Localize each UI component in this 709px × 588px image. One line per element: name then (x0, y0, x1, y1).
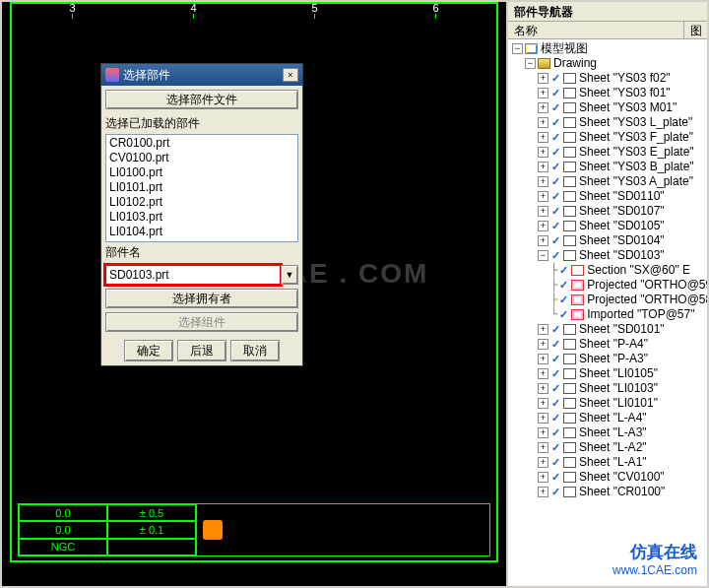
tree-sheet[interactable]: Sheet "SD0105" (579, 219, 665, 233)
expand-toggle[interactable]: + (538, 472, 548, 483)
tree-sheet[interactable]: Sheet "LI0101" (579, 396, 658, 411)
collapse-toggle[interactable]: − (538, 250, 548, 261)
expand-toggle[interactable]: + (538, 427, 548, 438)
tree-view[interactable]: Projected "ORTHO@59" (587, 278, 709, 293)
col-fig[interactable]: 图 (684, 22, 709, 38)
list-item[interactable]: LI0102.prt (107, 195, 296, 210)
expand-toggle[interactable]: + (538, 487, 548, 497)
expand-toggle[interactable]: + (538, 398, 548, 409)
expand-toggle[interactable]: + (538, 176, 548, 187)
tree-sheet[interactable]: Sheet "L-A3" (579, 425, 647, 440)
list-item[interactable]: LI0104.prt (107, 225, 296, 239)
tree-sheet[interactable]: Sheet "CR0100" (579, 485, 665, 499)
title-block-logo (196, 504, 489, 555)
check-icon: ✓ (550, 442, 561, 453)
back-button[interactable]: 后退 (177, 340, 226, 361)
tree-sheet[interactable]: Sheet "YS03 L_plate" (579, 115, 692, 130)
panel-title: 部件导航器 (508, 2, 709, 22)
tree-sheet[interactable]: Sheet "L-A2" (579, 440, 647, 455)
tree-view[interactable]: Section "SX@60" E (587, 263, 690, 278)
list-item[interactable]: CV0100.prt (107, 151, 296, 165)
list-item[interactable]: LI0103.prt (107, 210, 296, 225)
tree-sheet[interactable]: Sheet "SD0110" (579, 189, 665, 204)
tree-sheet[interactable]: Sheet "SD0104" (579, 233, 665, 248)
tree-sheet[interactable]: Sheet "LI0103" (579, 381, 658, 396)
tree-root[interactable]: 模型视图 (541, 41, 588, 56)
expand-toggle[interactable]: + (538, 102, 548, 113)
list-item[interactable]: LI0105.prt (107, 239, 296, 242)
expand-toggle[interactable]: + (538, 368, 548, 379)
cancel-button[interactable]: 取消 (230, 340, 280, 361)
sheet-icon (563, 221, 576, 231)
expand-toggle[interactable]: + (538, 117, 548, 128)
tree-sheet[interactable]: Sheet "L-A4" (579, 411, 647, 425)
expand-toggle[interactable]: + (538, 324, 548, 335)
expand-toggle[interactable]: + (538, 132, 548, 143)
expand-toggle[interactable]: + (538, 339, 548, 350)
tree-sheet[interactable]: Sheet "YS03 B_plate" (579, 160, 694, 174)
tree-sheet[interactable]: Sheet "YS03 f02" (579, 71, 671, 86)
tree-sheet[interactable]: Sheet "P-A4" (579, 337, 648, 352)
close-button[interactable]: × (283, 68, 298, 82)
expand-toggle[interactable]: + (538, 206, 548, 217)
expand-toggle[interactable]: + (538, 457, 548, 468)
expand-toggle[interactable]: + (538, 442, 548, 453)
check-icon: ✓ (550, 102, 561, 113)
expand-toggle[interactable]: + (538, 354, 548, 364)
tb-cell: 0.0 (19, 521, 107, 538)
tree-sheet[interactable]: Sheet "P-A3" (579, 352, 648, 366)
dialog-titlebar[interactable]: 选择部件 × (101, 64, 302, 86)
sheet-icon (563, 147, 576, 158)
sheet-icon (563, 442, 576, 453)
tree-drawing[interactable]: Drawing (553, 56, 597, 71)
collapse-toggle[interactable]: − (525, 58, 536, 69)
tree-sheet[interactable]: Sheet "YS03 f01" (579, 86, 671, 100)
expand-toggle[interactable]: + (538, 221, 548, 231)
list-item[interactable]: LI0100.prt (107, 165, 296, 180)
list-item[interactable]: CR0100.prt (107, 136, 296, 151)
expand-toggle[interactable]: + (538, 413, 548, 424)
expand-toggle[interactable]: + (538, 147, 548, 158)
col-name[interactable]: 名称 (508, 22, 684, 38)
expand-toggle[interactable]: + (538, 88, 548, 98)
check-icon: ✓ (550, 176, 561, 187)
tree-sheet[interactable]: Sheet "YS03 M01" (579, 100, 677, 115)
tree-view[interactable]: Imported "TOP@57" (587, 307, 694, 322)
model-tree[interactable]: −模型视图 −Drawing +✓Sheet "YS03 f02"+✓Sheet… (508, 39, 709, 584)
tree-sheet[interactable]: Sheet "YS03 F_plate" (579, 130, 693, 145)
select-part-file-button[interactable]: 选择部件文件 (105, 90, 298, 109)
ruler-mark: 5 (311, 2, 317, 16)
tb-cell: NGC (19, 539, 107, 555)
tree-sheet[interactable]: Sheet "CV0100" (579, 470, 665, 485)
dialog-title: 选择部件 (123, 67, 283, 84)
loaded-parts-list[interactable]: CR0100.prt CV0100.prt LI0100.prt LI0101.… (105, 134, 298, 242)
check-icon: ✓ (550, 73, 561, 84)
tree-sheet-open[interactable]: Sheet "SD0103" (579, 248, 665, 263)
title-block: 0.0± 0.5 0.0± 0.1 NGC (18, 503, 490, 556)
tree-sheet[interactable]: Sheet "SD0101" (579, 322, 665, 337)
list-item[interactable]: LI0101.prt (107, 180, 296, 195)
tree-sheet[interactable]: Sheet "YS03 A_plate" (579, 174, 693, 189)
tree-sheet[interactable]: Sheet "YS03 E_plate" (579, 145, 694, 160)
check-icon: ✓ (550, 132, 561, 143)
select-owner-button[interactable]: 选择拥有者 (105, 289, 298, 308)
tree-view[interactable]: Projected "ORTHO@58" (587, 293, 709, 307)
expand-toggle[interactable]: + (538, 73, 548, 84)
expand-toggle[interactable]: + (538, 383, 548, 394)
expand-toggle[interactable]: + (538, 162, 548, 172)
part-name-combo[interactable] (105, 265, 281, 285)
expand-toggle[interactable]: + (538, 235, 548, 246)
combo-dropdown-button[interactable]: ▼ (281, 265, 298, 285)
select-part-dialog: 选择部件 × 选择部件文件 选择已加载的部件 CR0100.prt CV0100… (100, 63, 303, 366)
app-icon (105, 68, 119, 82)
tree-sheet[interactable]: Sheet "SD0107" (579, 204, 665, 219)
ok-button[interactable]: 确定 (124, 340, 173, 361)
tb-cell: ± 0.5 (107, 504, 196, 521)
tree-sheet[interactable]: Sheet "L-A1" (579, 455, 647, 470)
collapse-toggle[interactable]: − (512, 43, 523, 54)
expand-toggle[interactable]: + (538, 191, 548, 202)
select-component-button[interactable]: 选择组件 (105, 312, 298, 332)
sheet-icon (563, 339, 576, 350)
tree-sheet[interactable]: Sheet "LI0105" (579, 366, 658, 381)
check-icon: ✓ (550, 147, 561, 158)
